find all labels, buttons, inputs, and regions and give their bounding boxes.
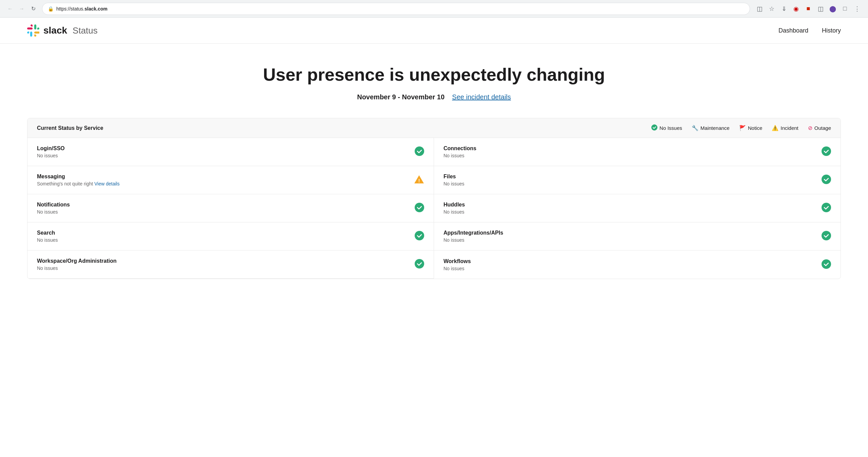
service-status-icon xyxy=(822,231,831,242)
service-name: Workspace/Org Administration xyxy=(37,258,415,264)
service-info: Login/SSONo issues xyxy=(37,145,415,158)
security-icon: 🔒 xyxy=(48,6,54,12)
address-bar[interactable]: 🔒 https://status.slack.com xyxy=(42,3,750,15)
service-name: Search xyxy=(37,230,415,236)
slack-wordmark: slack xyxy=(43,25,67,36)
hero-date-range: November 9 - November 10 xyxy=(357,93,445,101)
extension-1[interactable]: ◉ xyxy=(791,3,802,14)
service-row-right-4: WorkflowsNo issues xyxy=(434,251,841,279)
browser-chrome: ← → ↻ 🔒 https://status.slack.com ◫ ☆ ⇓ ◉… xyxy=(0,0,868,18)
service-row-left-1: ➡MessagingSomething's not quite right Vi… xyxy=(27,166,434,194)
status-table-title: Current Status by Service xyxy=(37,125,103,131)
legend-outage-label: Outage xyxy=(814,125,831,131)
svg-point-6 xyxy=(415,203,424,212)
legend-incident: ⚠️ Incident xyxy=(772,125,798,131)
url-text: https://status.slack.com xyxy=(56,6,744,12)
extensions-overflow[interactable]: □ xyxy=(840,3,850,14)
service-name: Files xyxy=(443,174,822,180)
service-name: Apps/Integrations/APIs xyxy=(443,230,822,236)
service-row-right-0: ConnectionsNo issues xyxy=(434,138,841,166)
menu-button[interactable]: ⋮ xyxy=(852,3,863,14)
legend-maintenance: 🔧 Maintenance xyxy=(692,125,730,131)
service-status-text: No issues xyxy=(37,237,415,243)
svg-point-7 xyxy=(822,203,831,212)
svg-point-10 xyxy=(415,259,424,269)
svg-text:!: ! xyxy=(418,178,420,183)
browser-nav-buttons: ← → ↻ xyxy=(5,4,38,14)
svg-point-8 xyxy=(415,231,424,240)
service-status-text: No issues xyxy=(443,153,822,158)
service-info: SearchNo issues xyxy=(37,230,415,243)
reload-button[interactable]: ↻ xyxy=(28,4,38,14)
maintenance-icon: 🔧 xyxy=(692,125,698,131)
forward-button[interactable]: → xyxy=(17,4,26,14)
outage-icon: ⊘ xyxy=(808,125,812,131)
bookmark-button[interactable]: ☆ xyxy=(766,3,777,14)
slack-logo-icon xyxy=(27,24,39,37)
hero-section: User presence is unexpectedly changing N… xyxy=(0,44,868,118)
nav-history[interactable]: History xyxy=(822,27,841,34)
svg-point-0 xyxy=(651,124,657,131)
service-info: NotificationsNo issues xyxy=(37,202,415,215)
service-name: Huddles xyxy=(443,202,822,208)
status-table: Current Status by Service No Issues 🔧 Ma… xyxy=(27,118,841,279)
legend-maintenance-label: Maintenance xyxy=(701,125,730,131)
svg-point-1 xyxy=(415,146,424,156)
hero-subtitle: November 9 - November 10 See incident de… xyxy=(27,93,841,101)
legend-no-issues: No Issues xyxy=(651,124,682,132)
status-table-header: Current Status by Service No Issues 🔧 Ma… xyxy=(27,118,841,138)
incident-details-link[interactable]: See incident details xyxy=(452,93,511,101)
extension-2[interactable]: ■ xyxy=(803,3,814,14)
extension-3[interactable]: ◫ xyxy=(815,3,826,14)
service-status-icon xyxy=(415,259,424,270)
service-info: Apps/Integrations/APIsNo issues xyxy=(443,230,822,243)
service-status-icon xyxy=(822,146,831,157)
service-status-text: No issues xyxy=(443,266,822,271)
nav-dashboard[interactable]: Dashboard xyxy=(778,27,808,34)
extensions-button[interactable]: ◫ xyxy=(754,3,765,14)
status-section: Current Status by Service No Issues 🔧 Ma… xyxy=(0,118,868,299)
service-status-icon xyxy=(415,146,424,157)
logo-area: slack Status xyxy=(27,24,98,37)
service-row-left-4: Workspace/Org AdministrationNo issues xyxy=(27,251,434,279)
legend-no-issues-label: No Issues xyxy=(659,125,682,131)
service-status-icon xyxy=(822,259,831,270)
service-status-text: No issues xyxy=(443,237,822,243)
service-status-text: No issues xyxy=(37,209,415,215)
status-label: Status xyxy=(73,25,98,36)
service-name: Connections xyxy=(443,145,822,152)
service-info: WorkflowsNo issues xyxy=(443,258,822,271)
extension-4[interactable]: ⬤ xyxy=(827,3,838,14)
service-info: MessagingSomething's not quite right Vie… xyxy=(37,174,414,186)
svg-point-5 xyxy=(822,175,831,184)
service-row-left-0: Login/SSONo issues xyxy=(27,138,434,166)
service-name: Workflows xyxy=(443,258,822,264)
service-status-text: No issues xyxy=(37,265,415,271)
legend-incident-label: Incident xyxy=(781,125,798,131)
service-row-right-1: FilesNo issues xyxy=(434,166,841,194)
svg-point-11 xyxy=(822,259,831,269)
back-button[interactable]: ← xyxy=(5,4,15,14)
legend: No Issues 🔧 Maintenance 🚩 Notice ⚠️ Inci… xyxy=(651,124,831,132)
service-info: ConnectionsNo issues xyxy=(443,145,822,158)
svg-point-9 xyxy=(822,231,831,240)
download-button[interactable]: ⇓ xyxy=(778,3,789,14)
legend-outage: ⊘ Outage xyxy=(808,125,831,131)
page-content: slack Status Dashboard History User pres… xyxy=(0,18,868,299)
header-nav: Dashboard History xyxy=(778,27,841,34)
service-info: HuddlesNo issues xyxy=(443,202,822,215)
service-status-text: No issues xyxy=(443,209,822,215)
site-header: slack Status Dashboard History xyxy=(0,18,868,44)
service-status-icon: ! xyxy=(414,175,424,185)
service-status-icon xyxy=(415,203,424,214)
svg-point-2 xyxy=(822,146,831,156)
no-issues-icon xyxy=(651,124,657,132)
notice-icon: 🚩 xyxy=(739,125,746,131)
view-details-link[interactable]: View details xyxy=(94,181,119,186)
service-status-icon xyxy=(822,175,831,185)
legend-notice-label: Notice xyxy=(748,125,763,131)
incident-icon: ⚠️ xyxy=(772,125,778,131)
legend-notice: 🚩 Notice xyxy=(739,125,763,131)
browser-actions: ◫ ☆ ⇓ ◉ ■ ◫ ⬤ □ ⋮ xyxy=(754,3,863,14)
service-row-right-3: Apps/Integrations/APIsNo issues xyxy=(434,222,841,251)
